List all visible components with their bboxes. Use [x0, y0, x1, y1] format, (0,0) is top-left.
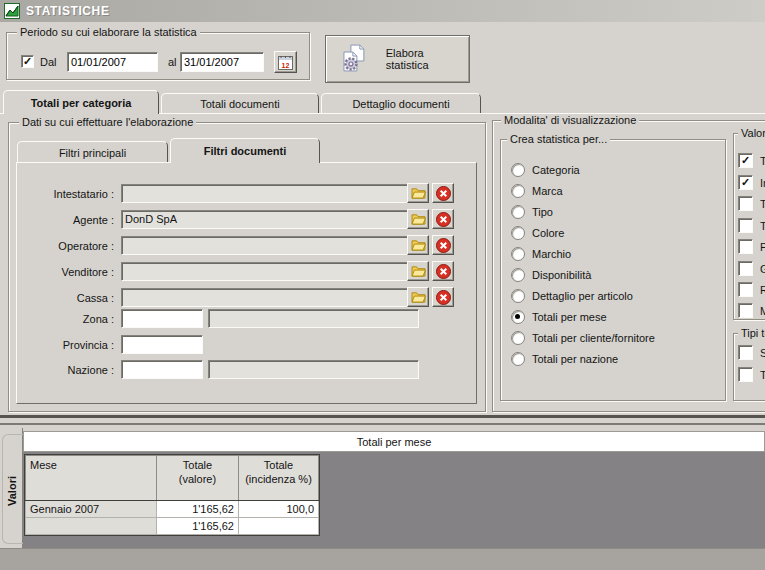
radio-option-marca[interactable]: Marca	[511, 184, 719, 198]
radio-icon	[511, 289, 525, 303]
intestatario-field[interactable]	[121, 184, 419, 203]
splitter-edge	[0, 423, 765, 425]
period-group-legend: Periodo su cui elaborare la statistica	[17, 26, 200, 39]
svg-text:12: 12	[282, 61, 290, 68]
dal-checkbox[interactable]	[21, 55, 34, 68]
tab-filtri-principali[interactable]: Filtri principali	[17, 141, 168, 163]
date-to-input[interactable]	[180, 52, 264, 72]
operatore-clear-button[interactable]	[432, 235, 454, 255]
cell-total-mese	[26, 518, 157, 535]
radio-icon	[511, 184, 525, 198]
chart-icon	[4, 3, 20, 19]
document-gear-icon	[338, 42, 372, 76]
side-tab-valori-label: Valori	[6, 441, 18, 541]
nazione-desc-field	[208, 360, 419, 379]
tab-dettaglio-documenti[interactable]: Dettaglio documenti	[321, 93, 481, 114]
folder-icon	[411, 213, 426, 225]
checkbox-label: Pr	[760, 241, 765, 253]
filtri-fields: Intestatario : Agente : DonD SpA	[16, 162, 477, 404]
title-bar[interactable]: STATISTICHE	[0, 0, 765, 22]
checkbox-icon	[738, 218, 753, 233]
folder-icon	[411, 239, 426, 251]
tab-filtri-documenti[interactable]: Filtri documenti	[170, 138, 320, 163]
tipi-checkbox-1[interactable]: To	[738, 367, 765, 382]
agente-folder-button[interactable]	[407, 209, 429, 229]
radio-option-colore[interactable]: Colore	[511, 226, 719, 240]
tab-totali-per-categoria[interactable]: Totali per categoria	[3, 90, 159, 114]
column-subtitle: (incidenza %)	[243, 472, 314, 486]
period-group: Periodo su cui elaborare la statistica D…	[6, 32, 310, 80]
intestatario-folder-button[interactable]	[407, 183, 429, 203]
radio-option-dettaglio-per-articolo[interactable]: Dettaglio per articolo	[511, 289, 719, 303]
results-band-title: Totali per mese	[357, 436, 432, 448]
venditore-folder-button[interactable]	[407, 261, 429, 281]
valori-checkbox-3[interactable]: To	[738, 218, 765, 233]
valori-checkbox-4[interactable]: Pr	[738, 239, 765, 254]
elabora-statistica-label: Elabora statistica	[386, 47, 469, 71]
radio-option-categoria[interactable]: Categoria	[511, 163, 719, 177]
radio-option-disponibilita[interactable]: Disponibilità	[511, 268, 719, 282]
checkbox-label: Su	[760, 347, 765, 359]
venditore-clear-button[interactable]	[432, 261, 454, 281]
valori-checkbox-5[interactable]: Gu	[738, 261, 765, 276]
cell-mese[interactable]: Gennaio 2007	[26, 501, 157, 518]
calendar-button[interactable]: 12	[274, 51, 297, 73]
zona-label: Zona :	[22, 313, 114, 326]
agente-clear-button[interactable]	[432, 209, 454, 229]
valori-checkbox-7[interactable]: M.	[738, 303, 765, 318]
radio-option-marchio[interactable]: Marchio	[511, 247, 719, 261]
tipi-checkbox-0[interactable]: Su	[738, 345, 765, 360]
provincia-code-input[interactable]	[121, 335, 203, 354]
cassa-folder-button[interactable]	[407, 287, 429, 307]
radio-label: Categoria	[532, 164, 580, 176]
checkbox-icon	[738, 261, 753, 276]
side-tab-valori[interactable]: Valori	[2, 434, 23, 544]
column-header-totale-valore[interactable]: Totale (valore)	[157, 456, 239, 501]
operatore-field[interactable]	[121, 236, 419, 255]
results-area: Mese Totale (valore) Totale (incidenza %…	[23, 452, 765, 548]
operatore-label: Operatore :	[22, 240, 114, 253]
cassa-field[interactable]	[121, 288, 419, 307]
radio-option-totali-per-cliente-fornitore[interactable]: Totali per cliente/fornitore	[511, 331, 719, 345]
checkbox-label: To	[760, 220, 765, 232]
table-total-row[interactable]: 1'165,62	[26, 518, 319, 535]
column-header-totale-incidenza[interactable]: Totale (incidenza %)	[239, 456, 319, 501]
intestatario-clear-button[interactable]	[432, 183, 454, 203]
zona-code-input[interactable]	[121, 309, 203, 328]
agente-field[interactable]: DonD SpA	[121, 210, 419, 229]
radio-label: Marchio	[532, 248, 571, 260]
nazione-code-input[interactable]	[121, 360, 203, 379]
modalita-group-legend: Modalita' di visualizzazione	[501, 114, 639, 127]
column-header-mese[interactable]: Mese	[26, 456, 157, 501]
radio-option-tipo[interactable]: Tipo	[511, 205, 719, 219]
venditore-field[interactable]	[121, 262, 419, 281]
calendar-icon: 12	[278, 55, 293, 70]
cell-totale-incidenza[interactable]: 100,0	[239, 501, 319, 518]
elabora-statistica-button[interactable]: Elabora statistica	[325, 35, 470, 83]
table-row[interactable]: Gennaio 2007 1'165,62 100,0	[26, 501, 319, 518]
checkbox-label: M.	[760, 305, 765, 317]
nazione-label: Nazione :	[22, 364, 114, 377]
tab-totali-documenti[interactable]: Totali documenti	[161, 93, 319, 114]
cell-totale-valore[interactable]: 1'165,62	[157, 501, 239, 518]
radio-option-totali-per-mese[interactable]: Totali per mese	[511, 310, 719, 324]
close-icon	[436, 238, 451, 253]
bottom-strip	[0, 548, 765, 570]
radio-label: Colore	[532, 227, 564, 239]
valori-checkbox-0[interactable]: To	[738, 153, 765, 168]
date-from-input[interactable]	[67, 52, 158, 72]
checkbox-label: Inc	[760, 177, 765, 189]
checkbox-icon	[738, 196, 753, 211]
column-title: Totale	[161, 458, 234, 472]
radio-option-totali-per-nazione[interactable]: Totali per nazione	[511, 352, 719, 366]
dal-label: Dal	[40, 56, 57, 68]
cassa-clear-button[interactable]	[432, 287, 454, 307]
radio-icon	[511, 226, 525, 240]
valori-checkbox-1[interactable]: Inc	[738, 175, 765, 190]
folder-icon	[411, 265, 426, 277]
close-icon	[436, 212, 451, 227]
results-header-row: Mese Totale (valore) Totale (incidenza %…	[26, 456, 319, 501]
valori-checkbox-6[interactable]: Ri	[738, 282, 765, 297]
operatore-folder-button[interactable]	[407, 235, 429, 255]
valori-checkbox-2[interactable]: To	[738, 196, 765, 211]
